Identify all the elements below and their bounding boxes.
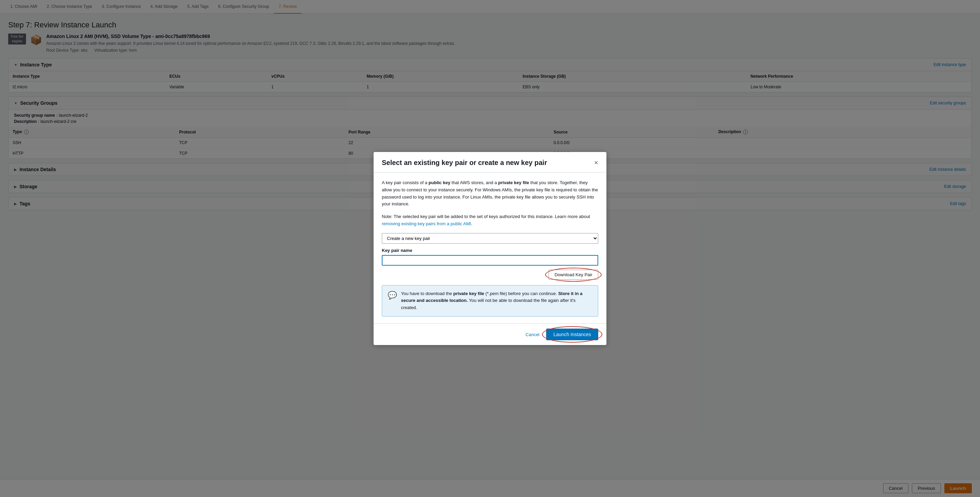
modal-body: A key pair consists of a public key that… (374, 173, 606, 324)
download-key-pair-button[interactable]: Download Key Pair (549, 270, 598, 279)
modal-cancel-button[interactable]: Cancel (523, 330, 542, 339)
modal-header: Select an existing key pair or create a … (374, 152, 606, 173)
remove-keypairs-link[interactable]: removing existing key pairs from a publi… (382, 221, 471, 226)
key-pair-name-label: Key pair name (382, 248, 598, 253)
modal-close-button[interactable]: × (594, 159, 598, 166)
info-box-icon: 💬 (388, 291, 397, 300)
info-box-text: You have to download the private key fil… (401, 290, 592, 311)
download-section: Download Key Pair (382, 270, 598, 279)
info-box: 💬 You have to download the private key f… (382, 285, 598, 317)
launch-instances-wrap: Launch Instances (546, 329, 598, 340)
modal-footer: Cancel Launch Instances (374, 324, 606, 345)
modal-title: Select an existing key pair or create a … (382, 159, 547, 167)
key-pair-name-input[interactable] (382, 255, 598, 266)
download-button-wrap: Download Key Pair (549, 270, 598, 279)
launch-instances-button[interactable]: Launch Instances (546, 329, 598, 340)
modal-overlay[interactable]: Select an existing key pair or create a … (0, 0, 980, 497)
key-pair-type-select[interactable]: Create a new key pair Choose an existing… (382, 233, 598, 244)
modal-note: Note: The selected key pair will be adde… (382, 213, 598, 228)
modal-description: A key pair consists of a public key that… (382, 179, 598, 208)
key-pair-modal: Select an existing key pair or create a … (374, 152, 606, 345)
